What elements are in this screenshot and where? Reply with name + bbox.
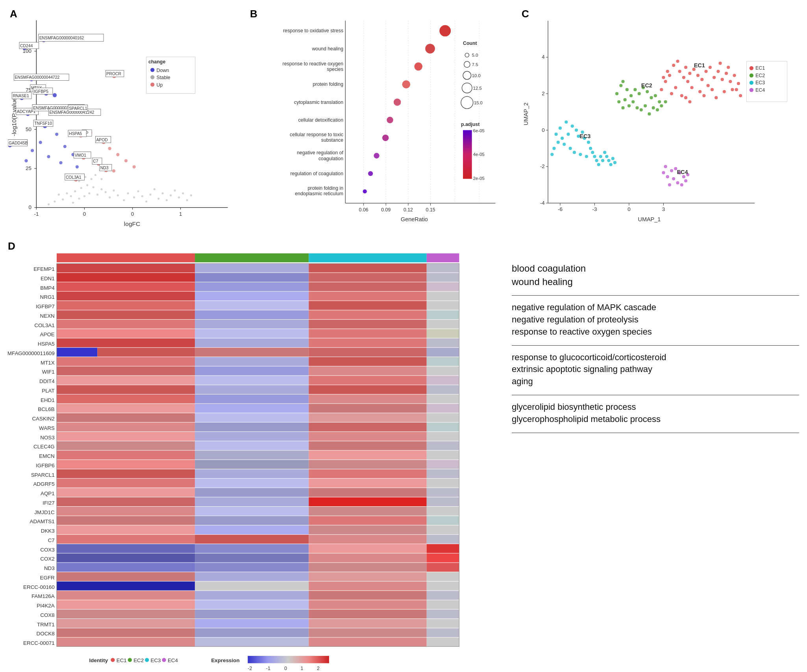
svg-rect-411 (57, 301, 195, 310)
svg-point-292 (559, 126, 562, 130)
svg-point-43 (137, 190, 139, 192)
svg-point-330 (682, 175, 685, 178)
svg-point-192 (463, 71, 471, 80)
svg-point-329 (676, 181, 679, 184)
svg-rect-552 (57, 628, 195, 637)
svg-point-54 (174, 189, 176, 191)
svg-point-267 (626, 88, 629, 91)
svg-text:7.5: 7.5 (472, 62, 478, 67)
svg-point-80 (47, 155, 50, 158)
svg-rect-526 (309, 563, 427, 572)
svg-text:IGFBP7: IGFBP7 (36, 304, 55, 309)
svg-text:protein folding: protein folding (313, 81, 343, 87)
svg-rect-448 (57, 385, 195, 394)
svg-point-259 (666, 70, 669, 73)
svg-rect-431 (57, 348, 97, 357)
svg-rect-463 (427, 413, 459, 422)
svg-text:2: 2 (542, 91, 544, 96)
svg-rect-523 (427, 554, 459, 563)
svg-point-240 (690, 86, 693, 89)
svg-point-31 (70, 195, 72, 197)
svg-point-230 (676, 59, 679, 63)
svg-rect-501 (195, 507, 309, 516)
svg-rect-350 (195, 254, 309, 263)
svg-text:EDN1: EDN1 (41, 276, 55, 281)
svg-point-30 (80, 187, 82, 189)
svg-point-237 (704, 70, 707, 73)
svg-text:FAM126A: FAM126A (31, 593, 55, 599)
svg-rect-545 (195, 609, 309, 618)
svg-rect-468 (57, 432, 195, 441)
svg-point-279 (654, 94, 657, 97)
dot-plot: 0.06 0.09 0.12 0.15 GeneRatio (248, 8, 516, 236)
svg-text:endoplasmic reticulum: endoplasmic reticulum (295, 191, 343, 196)
svg-point-49 (157, 198, 159, 200)
svg-text:6e-05: 6e-05 (473, 128, 485, 133)
svg-point-310 (552, 147, 555, 150)
svg-point-59 (90, 178, 92, 180)
svg-text:cellular response to toxic: cellular response to toxic (290, 132, 343, 137)
svg-rect-551 (427, 619, 459, 628)
svg-text:PLAT: PLAT (42, 388, 55, 394)
svg-point-33 (109, 196, 111, 198)
svg-point-45 (145, 200, 147, 202)
svg-point-323 (664, 165, 667, 168)
svg-rect-430 (427, 338, 459, 347)
svg-point-244 (713, 76, 716, 79)
annotation-group-1: blood coagulation wound healing (512, 256, 799, 296)
svg-point-255 (723, 90, 726, 93)
svg-rect-400 (195, 273, 309, 282)
svg-point-243 (709, 66, 712, 69)
svg-text:COL3A1: COL3A1 (34, 322, 54, 328)
svg-point-229 (688, 72, 691, 75)
svg-rect-536 (57, 591, 195, 600)
svg-text:NRG1: NRG1 (40, 294, 55, 300)
svg-rect-546 (309, 609, 427, 618)
umap-plot: -4 -2 0 2 4 -6 -3 0 (520, 8, 795, 236)
svg-rect-489 (195, 479, 309, 488)
svg-text:0: 0 (284, 666, 287, 671)
svg-rect-554 (309, 628, 427, 637)
svg-point-320 (609, 163, 613, 166)
svg-point-165 (414, 63, 422, 71)
svg-text:10.0: 10.0 (472, 73, 481, 78)
svg-text:0.06: 0.06 (359, 207, 368, 213)
svg-text:SPARCL1: SPARCL1 (31, 472, 55, 478)
svg-rect-444 (57, 376, 195, 385)
svg-point-63 (100, 178, 102, 180)
svg-rect-417 (309, 310, 427, 319)
svg-rect-543 (427, 600, 459, 609)
svg-point-283 (621, 80, 624, 83)
svg-rect-534 (309, 581, 427, 591)
svg-rect-521 (195, 554, 309, 563)
svg-point-242 (680, 94, 683, 97)
svg-rect-457 (195, 404, 309, 413)
svg-text:NEXN: NEXN (40, 313, 55, 319)
svg-text:C7: C7 (48, 537, 55, 543)
svg-point-278 (635, 106, 639, 109)
svg-text:CD244: CD244 (20, 44, 33, 48)
svg-text:EC1: EC1 (755, 65, 765, 71)
svg-rect-408 (195, 292, 309, 301)
svg-text:12.5: 12.5 (473, 86, 482, 91)
svg-point-77 (39, 141, 42, 144)
svg-rect-571 (248, 656, 329, 663)
svg-point-23 (88, 192, 90, 194)
svg-rect-478 (309, 451, 427, 460)
svg-rect-402 (427, 273, 459, 282)
svg-point-327 (672, 177, 675, 180)
svg-point-34 (66, 192, 68, 194)
svg-rect-451 (427, 385, 459, 394)
svg-text:TRMT1: TRMT1 (37, 622, 55, 628)
svg-rect-473 (195, 441, 309, 450)
svg-point-81 (63, 145, 67, 148)
svg-point-24 (78, 198, 80, 200)
svg-point-56 (182, 192, 184, 194)
svg-point-168 (387, 117, 393, 123)
svg-point-276 (627, 104, 631, 107)
svg-text:PROCR: PROCR (106, 72, 121, 76)
annotation-neg-proteolysis: negative regulation of proteolysis (512, 314, 799, 326)
svg-text:-4: -4 (540, 200, 545, 206)
svg-rect-508 (57, 526, 195, 535)
svg-point-254 (737, 82, 740, 85)
